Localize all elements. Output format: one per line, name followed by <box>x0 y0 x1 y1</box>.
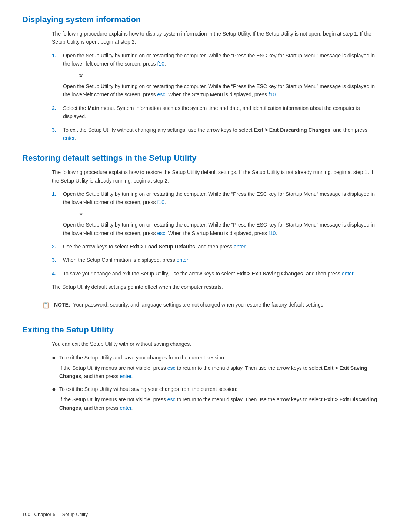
step-content: Open the Setup Utility by turning on or … <box>63 51 378 99</box>
link-esc: esc <box>167 397 176 402</box>
link-f10: f10 <box>157 61 164 67</box>
step-sub-para: Open the Setup Utility by turning on or … <box>63 221 378 237</box>
section-title-exiting: Exiting the Setup Utility <box>22 325 378 335</box>
step-2-restoring: 2. Use the arrow keys to select Exit > L… <box>52 242 378 251</box>
link-esc: esc <box>167 365 176 371</box>
note-icon: 📋 <box>42 301 50 310</box>
intro-displaying: The following procedure explains how to … <box>52 30 378 46</box>
step-sub-para: Open the Setup Utility by turning on or … <box>63 82 378 99</box>
link-esc: esc <box>157 230 165 236</box>
link-enter: enter <box>120 373 131 379</box>
bold-exit-discarding: Exit > Exit Discarding Changes <box>59 397 377 411</box>
bold-main: Main <box>87 105 99 111</box>
link-f10: f10 <box>157 199 164 205</box>
bold-load-defaults: Exit > Load Setup Defaults <box>130 244 195 250</box>
bullet-list-exiting: ● To exit the Setup Utility and save you… <box>52 354 378 412</box>
step-num: 2. <box>52 242 63 251</box>
link-enter: enter <box>177 257 188 263</box>
bullet-sub: If the Setup Utility menus are not visib… <box>59 364 378 381</box>
topic-label: Setup Utility <box>62 512 88 517</box>
step-num: 1. <box>52 190 63 237</box>
step-2-displaying: 2. Select the Main menu. System informat… <box>52 104 378 121</box>
link-enter: enter <box>120 405 131 411</box>
step-num: 2. <box>52 104 63 121</box>
or-divider: – or – <box>74 71 378 79</box>
bold-exit-saving: Exit > Exit Saving Changes <box>59 365 367 379</box>
step-content: Select the Main menu. System information… <box>63 104 378 121</box>
link-f10-2: f10 <box>269 230 276 236</box>
intro-restoring: The following procedure explains how to … <box>52 168 378 185</box>
step-content: Use the arrow keys to select Exit > Load… <box>63 242 378 251</box>
step-content: To save your change and exit the Setup U… <box>63 270 378 278</box>
section-title-displaying: Displaying system information <box>22 15 378 24</box>
step-content: Open the Setup Utility by turning on or … <box>63 190 378 237</box>
step-1-displaying: 1. Open the Setup Utility by turning on … <box>52 51 378 99</box>
step-content: To exit the Setup Utility without changi… <box>63 126 378 143</box>
link-f10-2: f10 <box>269 91 276 97</box>
bullet-1-exiting: ● To exit the Setup Utility and save you… <box>52 354 378 381</box>
step-3-displaying: 3. To exit the Setup Utility without cha… <box>52 126 378 143</box>
note-content: NOTE: Your password, security, and langu… <box>54 301 325 309</box>
step-num: 1. <box>52 51 63 99</box>
step-4-restoring: 4. To save your change and exit the Setu… <box>52 270 378 278</box>
step-num: 4. <box>52 270 63 278</box>
section-restoring-defaults: Restoring default settings in the Setup … <box>22 153 378 314</box>
step-content: When the Setup Confirmation is displayed… <box>63 256 378 264</box>
section-exiting: Exiting the Setup Utility You can exit t… <box>22 325 378 412</box>
link-esc: esc <box>157 91 165 97</box>
link-enter: enter <box>342 271 353 277</box>
step-num: 3. <box>52 126 63 143</box>
page-footer: 100 Chapter 5 Setup Utility <box>22 512 88 517</box>
bullet-content: To exit the Setup Utility and save your … <box>59 354 378 381</box>
link-enter: enter <box>63 135 74 141</box>
link-enter: enter <box>234 244 245 250</box>
bullet-dot: ● <box>52 385 59 412</box>
intro-exiting: You can exit the Setup Utility with or w… <box>52 340 378 348</box>
step-1-restoring: 1. Open the Setup Utility by turning on … <box>52 190 378 237</box>
section-title-restoring: Restoring default settings in the Setup … <box>22 153 378 163</box>
bullet-dot: ● <box>52 354 59 381</box>
bold-exit-discarding: Exit > Exit Discarding Changes <box>254 127 330 133</box>
bullet-sub: If the Setup Utility menus are not visib… <box>59 395 378 412</box>
step-3-restoring: 3. When the Setup Confirmation is displa… <box>52 256 378 264</box>
or-divider: – or – <box>74 210 378 218</box>
step-num: 3. <box>52 256 63 264</box>
bullet-2-exiting: ● To exit the Setup Utility without savi… <box>52 385 378 412</box>
steps-restoring: 1. Open the Setup Utility by turning on … <box>52 190 378 278</box>
section-displaying-system-info: Displaying system information The follow… <box>22 15 378 142</box>
post-text-restoring: The Setup Utility default settings go in… <box>52 283 378 291</box>
steps-displaying: 1. Open the Setup Utility by turning on … <box>52 51 378 143</box>
chapter-label: Chapter 5 <box>34 512 56 517</box>
note-box-restoring: 📋 NOTE: Your password, security, and lan… <box>37 297 378 314</box>
bold-exit-saving: Exit > Exit Saving Changes <box>236 271 303 277</box>
bullet-content: To exit the Setup Utility without saving… <box>59 385 378 412</box>
page-number: 100 <box>22 512 30 517</box>
note-label: NOTE: <box>54 302 73 308</box>
